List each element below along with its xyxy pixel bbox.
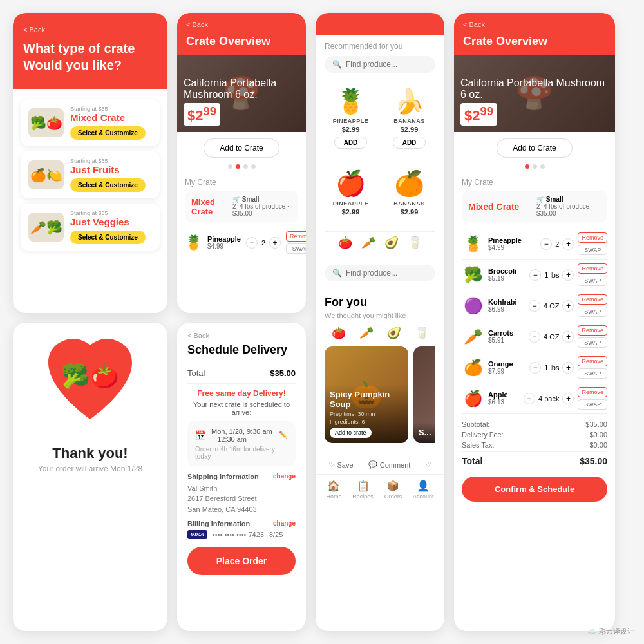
- card-crate-overview-left: < Back Crate Overview 🍄 California Porta…: [177, 13, 306, 313]
- crate-size-2: 🛒 Small: [232, 196, 292, 203]
- search-bar-top[interactable]: 🔍: [325, 56, 435, 73]
- edit-icon: ✏️: [279, 431, 288, 439]
- crate-mixed-img: 🥦🍅: [28, 108, 64, 137]
- product-grid-top: 🍍 PINEAPPLE $2.99 ADD 🍌 BANANAS $2.99 AD…: [325, 80, 435, 155]
- product-name-2: California Portabella Mushroom 6 oz.: [184, 77, 299, 100]
- item-row-pineapple-2: 🍍 Pineapple $4.99 − 2 + Remove SWAP: [185, 227, 298, 258]
- qty-minus6-4[interactable]: −: [529, 362, 541, 374]
- qty-plus6-2[interactable]: +: [562, 300, 574, 312]
- swap-btn6-0[interactable]: SWAP: [578, 245, 607, 255]
- item6-price-4: $7.99: [488, 368, 526, 375]
- crate-veggies-img: 🥕🥦: [28, 213, 64, 242]
- back-link-5[interactable]: < Back: [187, 332, 296, 339]
- remove-btn6-0[interactable]: Remove: [578, 232, 607, 243]
- nav-orders[interactable]: 📦 Orders: [384, 480, 402, 500]
- qty-plus6-0[interactable]: +: [562, 238, 574, 250]
- crate-fruits-name: Just Fruits: [70, 164, 152, 175]
- footer-save[interactable]: ♡ Save: [328, 460, 354, 469]
- item6-name-4: Orange: [488, 360, 526, 368]
- total-final-row: Total $35.00: [462, 451, 607, 466]
- account-icon: 👤: [417, 480, 430, 492]
- nav-recipes[interactable]: 📋 Recipes: [352, 480, 374, 500]
- card1-header: < Back What type of crate Would you like…: [13, 13, 167, 89]
- place-order-btn[interactable]: Place Order: [187, 547, 296, 575]
- card6-header: < Back Crate Overview: [454, 13, 615, 55]
- billing-change[interactable]: change: [273, 520, 296, 527]
- total-final-value: $35.00: [580, 456, 607, 466]
- search-bar-2[interactable]: 🔍: [325, 265, 435, 281]
- item6-btns-1: Remove SWAP: [578, 263, 607, 286]
- remove-btn6-5[interactable]: Remove: [578, 387, 607, 397]
- crate-option-veggies[interactable]: 🥕🥦 Starting at $35 Just Veggies Select &…: [21, 204, 160, 251]
- subtotal-value: $35.00: [585, 421, 607, 428]
- crate-fruits-btn[interactable]: Select & Customize: [70, 178, 146, 192]
- delivery-note: Order in 4h 16m for delivery today: [195, 446, 288, 460]
- card-crate-selection: < Back What type of crate Would you like…: [13, 13, 167, 313]
- search-input-top[interactable]: [346, 60, 442, 69]
- remove-btn6-2[interactable]: Remove: [578, 294, 607, 305]
- mini-icon-avocado: 🥑: [384, 236, 399, 250]
- qty-plus6-1[interactable]: +: [562, 269, 574, 281]
- crate-option-mixed[interactable]: 🥦🍅 Starting at $35 Mixed Crate Select & …: [21, 99, 160, 146]
- product-price-2: $299: [184, 103, 220, 126]
- back-link-6[interactable]: < Back: [463, 21, 606, 28]
- qty-minus6-3[interactable]: −: [529, 331, 540, 343]
- qty-minus-2[interactable]: −: [246, 237, 258, 249]
- crate-fruits-info: Starting at $35 Just Fruits Select & Cus…: [70, 158, 152, 192]
- item6-emoji-1: 🥦: [462, 266, 484, 284]
- add-to-crate-btn-6[interactable]: Add to Crate: [497, 138, 572, 158]
- qty-plus6-5[interactable]: +: [562, 393, 574, 404]
- pineapple-price-top: $2.99: [330, 126, 372, 133]
- shipping-info-section: Shipping Information change Val Smith 26…: [187, 473, 296, 515]
- swap-btn6-2[interactable]: SWAP: [578, 307, 607, 317]
- qty-plus-2[interactable]: +: [269, 237, 281, 249]
- item-row6-4: 🍊 Orange $7.99 − 1 lbs + Remove SWAP: [462, 352, 607, 383]
- qty-plus6-3[interactable]: +: [562, 331, 574, 343]
- crate-mixed-btn[interactable]: Select & Customize: [70, 126, 146, 140]
- shipping-change[interactable]: change: [273, 473, 296, 480]
- banana-add-top[interactable]: ADD: [393, 137, 426, 149]
- swap-btn6-4[interactable]: SWAP: [578, 368, 607, 379]
- recipe-add-btn-soup[interactable]: Add to crate: [330, 428, 372, 438]
- back-link-2[interactable]: < Back: [186, 21, 297, 28]
- add-to-crate-btn-2[interactable]: Add to Crate: [204, 138, 279, 158]
- banana-price-top: $2.99: [388, 126, 430, 133]
- item6-btns-3: Remove SWAP: [578, 325, 607, 348]
- search-input-2[interactable]: [346, 269, 442, 278]
- confirm-schedule-btn[interactable]: Confirm & Schedule: [462, 477, 607, 502]
- remove-btn6-4[interactable]: Remove: [578, 356, 607, 366]
- crate-option-fruits[interactable]: 🍊🍋 Starting at $35 Just Fruits Select & …: [21, 151, 160, 198]
- remove-btn6-1[interactable]: Remove: [578, 263, 607, 274]
- for-you-mini-icons: 🍅 🥕 🥑 🥛: [325, 326, 435, 340]
- footer-comment[interactable]: 💬 Comment: [368, 460, 411, 469]
- crate-veggies-btn[interactable]: Select & Customize: [70, 231, 146, 244]
- qty-minus6-0[interactable]: −: [540, 238, 552, 250]
- search-icon-top: 🔍: [332, 60, 342, 69]
- swap-btn6-5[interactable]: SWAP: [578, 399, 607, 410]
- pineapple-add-top[interactable]: ADD: [334, 137, 368, 149]
- nav-account[interactable]: 👤 Account: [413, 480, 434, 500]
- item6-name-0: Pineapple: [488, 236, 536, 244]
- item6-info-4: Orange $7.99: [488, 360, 526, 375]
- my-crate-label-2: My Crate: [185, 178, 298, 187]
- item6-info-5: Apple $6.13: [488, 391, 520, 406]
- qty-minus6-2[interactable]: −: [529, 300, 540, 312]
- remove-btn-2[interactable]: Remove: [286, 231, 306, 242]
- nav-home[interactable]: 🏠 Home: [326, 480, 341, 500]
- next-crate-text: Your next crate is scheduled to arrive:: [187, 401, 296, 416]
- fy-icon-tomato: 🍅: [332, 326, 346, 340]
- footer-share[interactable]: ♡: [425, 460, 431, 469]
- delivery-fee-label: Delivery Fee:: [462, 431, 504, 439]
- swap-btn6-3[interactable]: SWAP: [578, 337, 607, 348]
- qty-minus6-5[interactable]: −: [524, 393, 535, 404]
- back-link-1[interactable]: < Back: [23, 26, 157, 33]
- heart-svg: 🥦🍅: [39, 336, 142, 432]
- crate-summary-name-2: Mixed Crate: [191, 197, 227, 216]
- remove-btn6-3[interactable]: Remove: [578, 325, 607, 336]
- tax-row: Sales Tax: $0.00: [462, 441, 607, 449]
- swap-btn6-1[interactable]: SWAP: [578, 276, 607, 286]
- qty-minus6-1[interactable]: −: [529, 269, 541, 281]
- qty-plus6-4[interactable]: +: [562, 362, 574, 374]
- swap-btn-2[interactable]: SWAP: [286, 243, 306, 254]
- item6-info-3: Carrots $5.91: [488, 329, 525, 344]
